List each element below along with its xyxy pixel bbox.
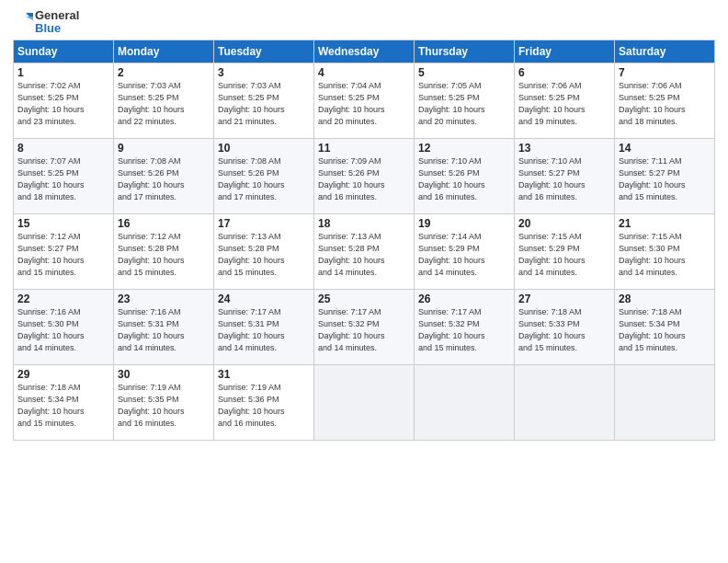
day-info: Sunrise: 7:06 AM Sunset: 5:25 PM Dayligh… — [619, 80, 711, 128]
day-number: 15 — [17, 217, 109, 230]
col-header-wednesday: Wednesday — [314, 40, 415, 63]
calendar-cell — [314, 364, 415, 440]
calendar-cell — [515, 364, 615, 440]
calendar-cell: 3Sunrise: 7:03 AM Sunset: 5:25 PM Daylig… — [214, 63, 314, 138]
day-number: 27 — [518, 293, 610, 305]
day-number: 13 — [518, 142, 610, 155]
col-header-tuesday: Tuesday — [214, 40, 314, 63]
day-info: Sunrise: 7:04 AM Sunset: 5:25 PM Dayligh… — [318, 80, 410, 128]
calendar-cell: 16Sunrise: 7:12 AM Sunset: 5:28 PM Dayli… — [114, 213, 214, 289]
day-number: 18 — [318, 217, 410, 230]
day-number: 2 — [118, 66, 210, 79]
day-info: Sunrise: 7:12 AM Sunset: 5:28 PM Dayligh… — [118, 231, 210, 279]
calendar-week-5: 29Sunrise: 7:18 AM Sunset: 5:34 PM Dayli… — [14, 364, 715, 440]
calendar-cell: 23Sunrise: 7:16 AM Sunset: 5:31 PM Dayli… — [114, 289, 214, 364]
day-number: 3 — [218, 66, 310, 79]
day-info: Sunrise: 7:06 AM Sunset: 5:25 PM Dayligh… — [518, 80, 610, 128]
day-info: Sunrise: 7:19 AM Sunset: 5:35 PM Dayligh… — [118, 382, 210, 430]
col-header-friday: Friday — [515, 40, 615, 63]
calendar-cell: 2Sunrise: 7:03 AM Sunset: 5:25 PM Daylig… — [114, 63, 214, 138]
day-info: Sunrise: 7:02 AM Sunset: 5:25 PM Dayligh… — [17, 80, 109, 128]
day-info: Sunrise: 7:05 AM Sunset: 5:25 PM Dayligh… — [418, 80, 510, 128]
day-info: Sunrise: 7:03 AM Sunset: 5:25 PM Dayligh… — [218, 80, 310, 128]
day-info: Sunrise: 7:07 AM Sunset: 5:25 PM Dayligh… — [17, 155, 109, 203]
logo-wordmark: General Blue — [13, 9, 79, 36]
col-header-saturday: Saturday — [615, 40, 715, 63]
day-info: Sunrise: 7:13 AM Sunset: 5:28 PM Dayligh… — [218, 231, 310, 279]
calendar-cell: 15Sunrise: 7:12 AM Sunset: 5:27 PM Dayli… — [14, 213, 114, 289]
day-number: 16 — [118, 217, 210, 230]
calendar-cell: 31Sunrise: 7:19 AM Sunset: 5:36 PM Dayli… — [214, 364, 314, 440]
calendar-cell: 26Sunrise: 7:17 AM Sunset: 5:32 PM Dayli… — [415, 289, 515, 364]
header: General Blue — [13, 9, 715, 36]
day-number: 25 — [318, 293, 410, 305]
day-number: 5 — [418, 66, 510, 79]
logo-blue: Blue — [35, 22, 79, 35]
calendar-week-3: 15Sunrise: 7:12 AM Sunset: 5:27 PM Dayli… — [14, 213, 715, 289]
col-header-monday: Monday — [114, 40, 214, 63]
calendar-cell: 27Sunrise: 7:18 AM Sunset: 5:33 PM Dayli… — [515, 289, 615, 364]
day-number: 30 — [118, 368, 210, 381]
day-info: Sunrise: 7:15 AM Sunset: 5:30 PM Dayligh… — [619, 231, 711, 279]
calendar-cell: 25Sunrise: 7:17 AM Sunset: 5:32 PM Dayli… — [314, 289, 415, 364]
calendar-cell: 11Sunrise: 7:09 AM Sunset: 5:26 PM Dayli… — [314, 138, 415, 213]
calendar-cell: 5Sunrise: 7:05 AM Sunset: 5:25 PM Daylig… — [415, 63, 515, 138]
calendar-cell: 28Sunrise: 7:18 AM Sunset: 5:34 PM Dayli… — [615, 289, 715, 364]
calendar-cell: 7Sunrise: 7:06 AM Sunset: 5:25 PM Daylig… — [615, 63, 715, 138]
day-info: Sunrise: 7:10 AM Sunset: 5:26 PM Dayligh… — [418, 155, 510, 203]
day-number: 23 — [118, 293, 210, 305]
day-info: Sunrise: 7:03 AM Sunset: 5:25 PM Dayligh… — [118, 80, 210, 128]
calendar-cell: 22Sunrise: 7:16 AM Sunset: 5:30 PM Dayli… — [14, 289, 114, 364]
logo-general: General — [35, 9, 79, 22]
day-info: Sunrise: 7:09 AM Sunset: 5:26 PM Dayligh… — [318, 155, 410, 203]
calendar-cell: 1Sunrise: 7:02 AM Sunset: 5:25 PM Daylig… — [14, 63, 114, 138]
calendar-week-4: 22Sunrise: 7:16 AM Sunset: 5:30 PM Dayli… — [14, 289, 715, 364]
calendar-cell: 4Sunrise: 7:04 AM Sunset: 5:25 PM Daylig… — [314, 63, 415, 138]
calendar-week-1: 1Sunrise: 7:02 AM Sunset: 5:25 PM Daylig… — [14, 63, 715, 138]
day-number: 8 — [17, 142, 109, 155]
day-info: Sunrise: 7:11 AM Sunset: 5:27 PM Dayligh… — [619, 155, 711, 203]
day-info: Sunrise: 7:19 AM Sunset: 5:36 PM Dayligh… — [218, 382, 310, 430]
calendar-cell: 13Sunrise: 7:10 AM Sunset: 5:27 PM Dayli… — [515, 138, 615, 213]
calendar-cell: 29Sunrise: 7:18 AM Sunset: 5:34 PM Dayli… — [14, 364, 114, 440]
day-info: Sunrise: 7:14 AM Sunset: 5:29 PM Dayligh… — [418, 231, 510, 279]
calendar-cell — [415, 364, 515, 440]
page-container: General Blue SundayMondayTuesdayWednesda… — [0, 0, 728, 448]
day-number: 4 — [318, 66, 410, 79]
calendar-cell: 17Sunrise: 7:13 AM Sunset: 5:28 PM Dayli… — [214, 213, 314, 289]
day-info: Sunrise: 7:16 AM Sunset: 5:30 PM Dayligh… — [17, 306, 109, 354]
day-number: 22 — [17, 293, 109, 305]
day-number: 31 — [218, 368, 310, 381]
day-number: 17 — [218, 217, 310, 230]
calendar-cell: 6Sunrise: 7:06 AM Sunset: 5:25 PM Daylig… — [515, 63, 615, 138]
calendar-cell: 24Sunrise: 7:17 AM Sunset: 5:31 PM Dayli… — [214, 289, 314, 364]
day-number: 9 — [118, 142, 210, 155]
calendar-week-2: 8Sunrise: 7:07 AM Sunset: 5:25 PM Daylig… — [14, 138, 715, 213]
day-number: 14 — [619, 142, 711, 155]
day-info: Sunrise: 7:18 AM Sunset: 5:34 PM Dayligh… — [619, 306, 711, 354]
calendar-cell: 19Sunrise: 7:14 AM Sunset: 5:29 PM Dayli… — [415, 213, 515, 289]
day-info: Sunrise: 7:18 AM Sunset: 5:33 PM Dayligh… — [518, 306, 610, 354]
calendar-cell: 30Sunrise: 7:19 AM Sunset: 5:35 PM Dayli… — [114, 364, 214, 440]
calendar-cell: 12Sunrise: 7:10 AM Sunset: 5:26 PM Dayli… — [415, 138, 515, 213]
col-header-thursday: Thursday — [415, 40, 515, 63]
calendar-cell: 21Sunrise: 7:15 AM Sunset: 5:30 PM Dayli… — [615, 213, 715, 289]
calendar-cell — [615, 364, 715, 440]
day-number: 6 — [518, 66, 610, 79]
day-info: Sunrise: 7:08 AM Sunset: 5:26 PM Dayligh… — [118, 155, 210, 203]
day-number: 24 — [218, 293, 310, 305]
day-number: 7 — [619, 66, 711, 79]
day-info: Sunrise: 7:17 AM Sunset: 5:32 PM Dayligh… — [418, 306, 510, 354]
day-info: Sunrise: 7:17 AM Sunset: 5:32 PM Dayligh… — [318, 306, 410, 354]
day-number: 28 — [619, 293, 711, 305]
day-number: 20 — [518, 217, 610, 230]
day-info: Sunrise: 7:18 AM Sunset: 5:34 PM Dayligh… — [17, 382, 109, 430]
day-number: 10 — [218, 142, 310, 155]
day-number: 26 — [418, 293, 510, 305]
day-number: 11 — [318, 142, 410, 155]
day-info: Sunrise: 7:15 AM Sunset: 5:29 PM Dayligh… — [518, 231, 610, 279]
day-info: Sunrise: 7:16 AM Sunset: 5:31 PM Dayligh… — [118, 306, 210, 354]
day-info: Sunrise: 7:08 AM Sunset: 5:26 PM Dayligh… — [218, 155, 310, 203]
logo: General Blue — [13, 9, 79, 36]
calendar-cell: 10Sunrise: 7:08 AM Sunset: 5:26 PM Dayli… — [214, 138, 314, 213]
